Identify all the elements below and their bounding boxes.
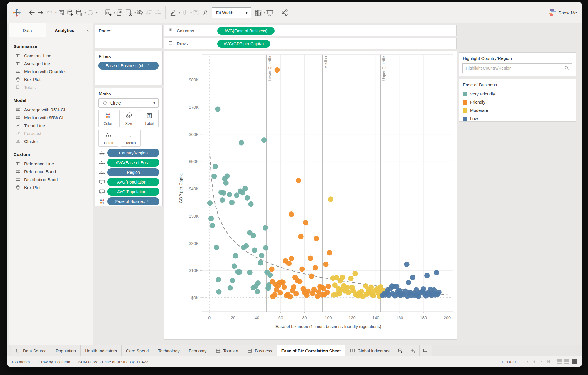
nav-previous-icon[interactable]	[532, 359, 537, 364]
mark-friendly[interactable]	[304, 293, 310, 298]
mark-moderate[interactable]	[371, 293, 376, 298]
fit-dropdown-arrow[interactable]: ▼	[242, 8, 251, 18]
highlight-input[interactable]	[463, 66, 564, 70]
mark-low[interactable]	[405, 293, 410, 299]
mark-low[interactable]	[434, 270, 439, 275]
mark-very-friendly[interactable]	[232, 263, 237, 269]
nav-last-icon[interactable]	[546, 359, 551, 364]
analytics-item-median-with-95-ci[interactable]: Median with 95% CI	[9, 114, 93, 122]
tooltip-button[interactable]: Tooltip	[121, 130, 141, 147]
size-button[interactable]: Size	[119, 110, 138, 127]
detail-button[interactable]: Detail	[98, 130, 118, 147]
mark-very-friendly[interactable]	[237, 269, 242, 275]
analytics-item-cluster[interactable]: Cluster	[9, 137, 93, 145]
group-members-button[interactable]	[180, 7, 189, 18]
show-mark-labels-button[interactable]: T	[192, 7, 201, 18]
mark-friendly[interactable]	[309, 274, 314, 279]
legend-item-low[interactable]: Low	[459, 115, 576, 123]
mark-very-friendly[interactable]	[221, 190, 226, 196]
mark-very-friendly[interactable]	[234, 192, 239, 198]
mark-very-friendly[interactable]	[216, 277, 221, 282]
mark-friendly[interactable]	[327, 250, 332, 255]
mark-very-friendly[interactable]	[240, 190, 245, 195]
mark-very-friendly[interactable]	[239, 140, 244, 145]
show-me-button[interactable]: Show Me	[549, 9, 577, 16]
mark-friendly[interactable]	[280, 280, 286, 285]
new-worksheet-button[interactable]	[104, 7, 113, 18]
mark-low[interactable]	[423, 293, 428, 298]
mark-low[interactable]	[410, 275, 415, 280]
mark-low[interactable]	[424, 273, 430, 278]
mark-very-friendly[interactable]	[258, 260, 263, 265]
mark-very-friendly[interactable]	[213, 164, 218, 169]
mark-friendly[interactable]	[289, 256, 294, 261]
new-dashboard-tab-button[interactable]	[407, 345, 420, 356]
analytics-item-average-with-95-ci[interactable]: Average with 95% CI	[9, 106, 93, 114]
mark-very-friendly[interactable]	[263, 245, 268, 250]
chart-svg[interactable]: $0K$10K$20K$30K$40K$50K$60K$70K$80K02040…	[164, 51, 456, 339]
filmstrip-view-icon[interactable]	[564, 359, 569, 364]
grid-view-icon[interactable]	[557, 359, 562, 364]
mark-moderate[interactable]	[331, 292, 336, 298]
mark-very-friendly[interactable]	[245, 195, 250, 201]
mark-very-friendly[interactable]	[227, 192, 232, 197]
marks-pill[interactable]: Region	[107, 168, 159, 176]
save-button[interactable]	[57, 7, 66, 18]
mark-moderate[interactable]	[338, 278, 343, 283]
mark-very-friendly[interactable]	[207, 200, 213, 206]
new-data-source-button[interactable]	[66, 7, 74, 18]
mark-friendly[interactable]	[320, 292, 325, 298]
mark-very-friendly[interactable]	[210, 223, 215, 228]
single-view-icon[interactable]	[572, 359, 577, 364]
mark-very-friendly[interactable]	[251, 233, 256, 238]
mark-very-friendly[interactable]	[228, 285, 233, 290]
mark-very-friendly[interactable]	[248, 201, 253, 207]
run-update-button-dropdown-arrow[interactable]: ▾	[96, 11, 98, 14]
mark-moderate[interactable]	[330, 275, 336, 281]
mark-friendly[interactable]	[315, 293, 320, 299]
mark-moderate[interactable]	[352, 271, 358, 276]
mark-low[interactable]	[429, 293, 434, 298]
legend-item-friendly[interactable]: Friendly	[459, 98, 576, 106]
highlight-button[interactable]	[168, 7, 177, 18]
nav-first-icon[interactable]	[525, 359, 530, 364]
sheet-tab-data-source[interactable]: Data Source	[11, 345, 51, 356]
mark-friendly[interactable]	[274, 67, 280, 73]
nav-next-icon[interactable]	[539, 359, 544, 364]
presentation-mode-button[interactable]	[265, 7, 274, 18]
mark-friendly[interactable]	[293, 291, 299, 296]
sort-ascending-button[interactable]	[145, 7, 153, 18]
columns-shelf[interactable]: Columns AVG(Ease of Business)	[164, 25, 457, 36]
marks-pill[interactable]: AVG(Population ..	[107, 188, 159, 196]
mark-friendly[interactable]	[303, 220, 308, 225]
analytics-item-trend-line[interactable]: Trend Line	[9, 122, 93, 130]
mark-friendly[interactable]	[325, 284, 331, 289]
new-worksheet-tab-button[interactable]	[394, 345, 407, 356]
mark-moderate[interactable]	[346, 290, 351, 295]
mark-friendly[interactable]	[289, 211, 294, 217]
pages-shelf[interactable]: Pages	[95, 25, 163, 48]
worksheet-view[interactable]: $0K$10K$20K$30K$40K$50K$60K$70K$80K02040…	[164, 51, 457, 340]
mark-very-friendly[interactable]	[229, 200, 235, 205]
legend-item-very-friendly[interactable]: Very Friendly	[459, 90, 576, 98]
mark-very-friendly[interactable]	[247, 270, 252, 275]
marks-pill[interactable]: AVG(Population ..	[107, 178, 159, 186]
mark-very-friendly[interactable]	[233, 253, 238, 258]
mark-low[interactable]	[416, 294, 421, 299]
mark-friendly[interactable]	[288, 294, 293, 299]
mark-moderate[interactable]	[328, 196, 333, 202]
mark-friendly[interactable]	[299, 266, 305, 272]
analytics-item-reference-line[interactable]: Reference Line	[9, 160, 93, 168]
mark-friendly[interactable]	[310, 291, 315, 296]
sheet-tab-tourism[interactable]: Tourism	[211, 345, 243, 356]
sheet-tab-care-spend[interactable]: Care Spend	[122, 345, 153, 356]
tab-analytics[interactable]: Analytics	[46, 23, 83, 37]
mark-very-friendly[interactable]	[261, 137, 267, 143]
run-update-button[interactable]	[86, 7, 95, 18]
mark-friendly[interactable]	[282, 285, 287, 290]
mark-friendly[interactable]	[313, 265, 318, 270]
sheet-tab-health-indicators[interactable]: Health Indicators	[81, 345, 122, 356]
fit-selector[interactable]: Fit Width ▼	[212, 7, 251, 18]
mark-friendly[interactable]	[286, 261, 292, 266]
mark-very-friendly[interactable]	[211, 174, 217, 179]
